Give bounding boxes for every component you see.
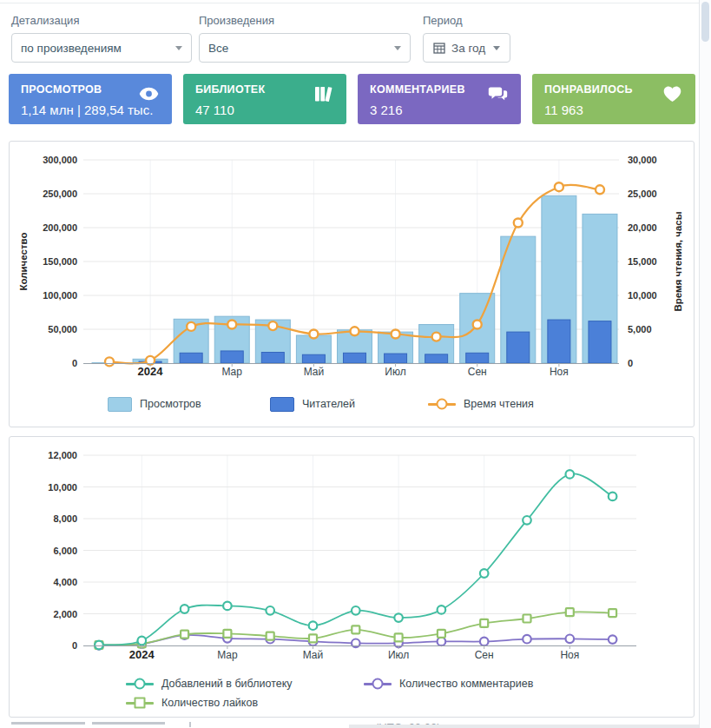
card-value: 47 110 xyxy=(195,103,334,117)
legend-item-views[interactable]: Просмотров xyxy=(108,396,201,412)
line-marker-icon xyxy=(364,683,392,685)
svg-text:15,000: 15,000 xyxy=(628,256,657,267)
chevron-down-icon xyxy=(175,46,182,50)
svg-text:Время чтения, часы: Время чтения, часы xyxy=(673,211,683,311)
calendar-icon xyxy=(433,42,445,54)
svg-text:50,000: 50,000 xyxy=(48,324,77,334)
detalization-value: по произведениям xyxy=(21,42,122,55)
svg-text:12,000: 12,000 xyxy=(48,450,77,460)
svg-text:150,000: 150,000 xyxy=(43,256,77,267)
svg-text:100,000: 100,000 xyxy=(43,290,77,301)
clipped-text-fragment xyxy=(92,722,165,725)
svg-text:6,000: 6,000 xyxy=(53,546,77,556)
views-chart-panel: 0050,0005,000100,00010,000150,00015,0002… xyxy=(9,141,695,427)
svg-text:25,000: 25,000 xyxy=(628,189,657,199)
line-marker-icon xyxy=(126,702,154,705)
comments-stat-card: КОММЕНТАРИЕВ 3 216 xyxy=(358,74,521,124)
period-label: Период xyxy=(423,14,463,27)
legend-label: Добавлений в библиотеку xyxy=(161,678,293,690)
views-stat-card: ПРОСМОТРОВ 1,14 млн | 289,54 тыс. xyxy=(9,74,172,124)
works-select[interactable]: Все xyxy=(199,33,411,63)
svg-text:200,000: 200,000 xyxy=(43,222,77,233)
library-comments-likes-chart: 02,0004,0006,0008,00010,00012,0002024Мар… xyxy=(10,437,692,668)
comments-icon xyxy=(486,83,510,104)
svg-text:Ноя: Ноя xyxy=(560,649,579,661)
legend-label: Количество лайков xyxy=(161,697,258,709)
svg-text:0: 0 xyxy=(628,358,633,368)
svg-text:2024: 2024 xyxy=(129,648,155,661)
svg-text:0: 0 xyxy=(72,640,77,651)
svg-text:4,000: 4,000 xyxy=(53,577,77,587)
legend-item-library-adds[interactable]: Добавлений в библиотеку xyxy=(126,676,293,692)
likes-stat-card: ПОНРАВИЛОСЬ 11 963 xyxy=(532,74,695,124)
legend-item-comments-count[interactable]: Количество комментариев xyxy=(364,676,533,692)
svg-text:5,000: 5,000 xyxy=(628,324,652,334)
svg-text:Июл: Июл xyxy=(385,366,405,378)
clipped-text-fragment xyxy=(189,722,191,727)
svg-text:Ноя: Ноя xyxy=(550,366,569,378)
books-icon xyxy=(312,83,335,104)
legend-label: Просмотров xyxy=(140,398,201,410)
period-value: За год xyxy=(451,42,485,55)
svg-text:Мар: Мар xyxy=(221,366,242,378)
card-value: 1,14 млн | 289,54 тыс. xyxy=(21,103,160,117)
svg-text:Сен: Сен xyxy=(468,366,487,378)
works-value: Все xyxy=(208,42,228,55)
svg-text:300,000: 300,000 xyxy=(43,155,77,165)
legend-item-reading-time[interactable]: Время чтения xyxy=(428,396,534,412)
detalization-label: Детализация xyxy=(11,14,79,27)
heart-icon xyxy=(661,83,684,104)
eye-icon xyxy=(137,83,161,104)
views-swatch-icon xyxy=(108,397,132,412)
card-value: 3 216 xyxy=(370,103,509,117)
bottom-divider xyxy=(349,725,699,728)
card-value: 11 963 xyxy=(544,103,683,117)
svg-text:Май: Май xyxy=(303,649,324,661)
chevron-down-icon xyxy=(394,46,401,50)
svg-text:10,000: 10,000 xyxy=(48,482,77,493)
svg-text:0: 0 xyxy=(72,358,77,368)
legend-label: Время чтения xyxy=(464,398,534,410)
chevron-down-icon xyxy=(493,46,500,50)
detalization-select[interactable]: по произведениям xyxy=(11,33,192,63)
page-scrollbar[interactable] xyxy=(699,0,711,728)
line-marker-icon xyxy=(428,403,456,406)
scrollbar-thumb[interactable] xyxy=(701,2,709,42)
engagement-chart-panel: 02,0004,0006,0008,00010,00012,0002024Мар… xyxy=(9,436,695,718)
svg-text:Июл: Июл xyxy=(388,649,409,661)
svg-text:20,000: 20,000 xyxy=(628,222,657,233)
clipped-text-fragment xyxy=(11,722,85,725)
top-divider xyxy=(0,3,699,3)
svg-text:10,000: 10,000 xyxy=(628,290,657,301)
svg-text:Сен: Сен xyxy=(475,649,494,661)
svg-text:Количество: Количество xyxy=(18,232,29,290)
svg-text:2024: 2024 xyxy=(138,365,164,378)
svg-text:Мар: Мар xyxy=(217,649,238,661)
legend-label: Количество комментариев xyxy=(399,678,533,690)
legend-item-likes-count[interactable]: Количество лайков xyxy=(126,695,258,711)
svg-text:250,000: 250,000 xyxy=(43,189,77,199)
libraries-stat-card: БИБЛИОТЕК 47 110 xyxy=(183,74,346,124)
line-marker-icon xyxy=(126,683,154,685)
svg-text:30,000: 30,000 xyxy=(628,155,657,165)
readers-swatch-icon xyxy=(270,397,294,412)
views-readers-reading-time-chart: 0050,0005,000100,00010,000150,00015,0002… xyxy=(10,142,692,395)
legend-label: Читателей xyxy=(302,398,355,410)
svg-text:Май: Май xyxy=(304,366,325,378)
period-button[interactable]: За год xyxy=(423,33,510,63)
legend-item-readers[interactable]: Читателей xyxy=(270,396,355,412)
svg-text:8,000: 8,000 xyxy=(53,513,77,524)
works-label: Произведения xyxy=(199,14,274,27)
svg-text:2,000: 2,000 xyxy=(53,609,77,619)
